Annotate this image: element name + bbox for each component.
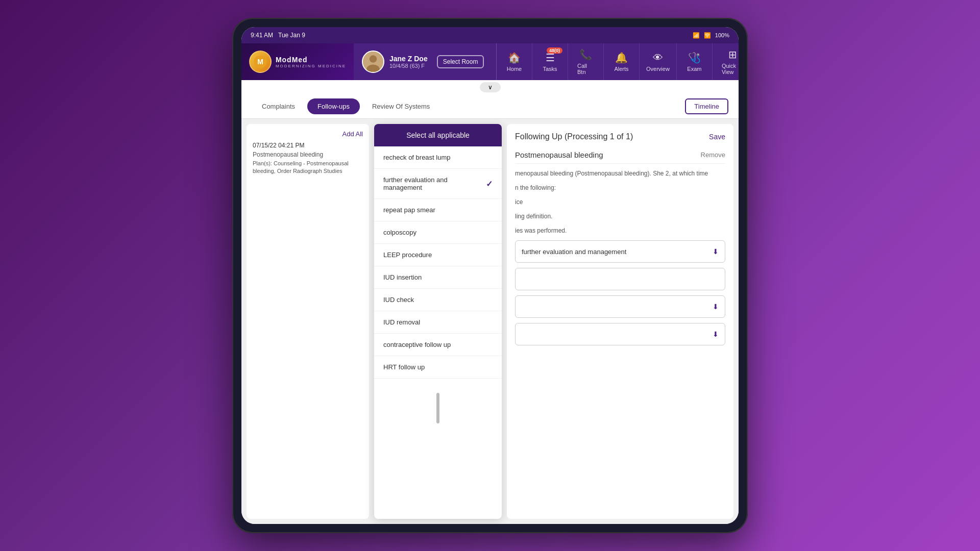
remove-button[interactable]: Remove: [701, 151, 725, 159]
signal-icon: 📶: [693, 32, 700, 39]
detail-text-4: ling definition.: [515, 212, 725, 221]
right-panel: Following Up (Processing 1 of 1) Save Po…: [507, 124, 733, 519]
nav-label-quickview: Quick View: [722, 63, 739, 75]
item-label-colposcopy: colposcopy: [383, 229, 416, 236]
panel-title: Following Up (Processing 1 of 1): [515, 132, 633, 141]
item-label-iud-removal: IUD removal: [383, 318, 420, 326]
dropdown-item-leep[interactable]: LEEP procedure: [374, 244, 502, 266]
left-panel: Add All 07/15/22 04:21 PM Postmenopausal…: [247, 124, 369, 519]
app-subtitle: MODERNIZING MEDICINE: [276, 64, 346, 68]
status-bar: 9:41 AM Tue Jan 9 📶 🛜 100%: [241, 27, 739, 43]
wifi-icon: 🛜: [704, 32, 711, 39]
modmed-logo-icon: M: [249, 51, 272, 73]
overview-icon: 👁: [653, 52, 663, 64]
main-content: Add All 07/15/22 04:21 PM Postmenopausal…: [241, 119, 739, 524]
modmed-logo-area: M ModMed MODERNIZING MEDICINE: [241, 43, 354, 80]
item-label-iud-insertion: IUD insertion: [383, 273, 422, 281]
call-icon: 📞: [579, 48, 592, 61]
nav-label-overview: Overview: [646, 66, 670, 72]
followup-field-4[interactable]: ⬇: [515, 323, 725, 345]
followup-field-1[interactable]: further evaluation and management ⬇: [515, 240, 725, 263]
detail-text-2: n the following:: [515, 183, 725, 192]
svg-text:M: M: [257, 58, 263, 66]
patient-dob: 10/4/58 (63) F: [389, 63, 428, 69]
detail-text-5: ies was performed.: [515, 226, 725, 235]
battery-display: 100%: [715, 32, 729, 38]
quickview-icon: ⊞: [728, 48, 737, 61]
dropdown-item-iud-removal[interactable]: IUD removal: [374, 311, 502, 334]
nav-item-quickview[interactable]: ⊞ Quick View: [713, 43, 739, 80]
nav-item-overview[interactable]: 👁 Overview: [640, 43, 677, 80]
tab-follow-ups[interactable]: Follow-ups: [307, 98, 360, 114]
nav-label-home: Home: [507, 66, 522, 72]
tablet-screen: 9:41 AM Tue Jan 9 📶 🛜 100% M: [241, 27, 739, 524]
nav-label-exam: Exam: [687, 66, 701, 72]
field3-value: [522, 303, 524, 311]
dropdown-item-contraceptive[interactable]: contraceptive follow up: [374, 334, 502, 356]
nav-item-tasks[interactable]: 48(0) ☰ Tasks: [532, 43, 568, 80]
dropdown-item-iud-insertion[interactable]: IUD insertion: [374, 266, 502, 289]
timeline-button[interactable]: Timeline: [685, 98, 728, 114]
nav-items: 🏠 Home 48(0) ☰ Tasks 📞 Call Btn 🔔 Alerts: [497, 43, 739, 80]
scrollbar[interactable]: [436, 393, 439, 423]
dropdown-item-further-eval[interactable]: further evaluation and management ✓: [374, 169, 502, 199]
tab-review-of-systems[interactable]: Review Of Systems: [362, 98, 440, 114]
item-label-contraceptive: contraceptive follow up: [383, 341, 451, 348]
detail-text-3: ice: [515, 197, 725, 207]
dropdown-item-repeat-pap[interactable]: repeat pap smear: [374, 199, 502, 221]
collapse-button[interactable]: ∨: [480, 82, 501, 92]
item-label-leep: LEEP procedure: [383, 251, 432, 259]
svg-point-3: [370, 55, 377, 63]
dropdown-header: Select all applicable: [374, 124, 502, 146]
item-label-recheck: recheck of breast lump: [383, 154, 451, 161]
tablet-frame: 9:41 AM Tue Jan 9 📶 🛜 100% M: [232, 18, 748, 533]
dropdown-arrow-3: ⬇: [713, 303, 719, 311]
home-icon: 🏠: [508, 52, 521, 64]
visit-plan: Plan(s): Counseling - Postmenopausal ble…: [253, 160, 363, 176]
tasks-badge: 48(0): [547, 47, 562, 54]
nav-item-call[interactable]: 📞 Call Btn: [568, 43, 604, 80]
add-all-button[interactable]: Add All: [342, 130, 363, 138]
top-nav: M ModMed MODERNIZING MEDICINE: [241, 43, 739, 80]
nav-item-home[interactable]: 🏠 Home: [497, 43, 532, 80]
condition-row: Postmenopausal bleeding Remove: [515, 146, 725, 164]
detail-text-1: menopausal bleeding (Postmenopausal blee…: [515, 169, 725, 178]
patient-details: Jane Z Doe 10/4/58 (63) F: [389, 55, 428, 69]
item-label-hrt: HRT follow up: [383, 363, 425, 371]
nav-label-tasks: Tasks: [543, 66, 557, 72]
nav-label-call: Call Btn: [577, 63, 594, 75]
item-label-pap: repeat pap smear: [383, 206, 435, 214]
item-label-further: further evaluation and management: [383, 176, 486, 191]
nav-item-alerts[interactable]: 🔔 Alerts: [604, 43, 640, 80]
tab-complaints[interactable]: Complaints: [252, 98, 305, 114]
alerts-icon: 🔔: [615, 52, 628, 64]
field1-value: further evaluation and management: [522, 248, 626, 256]
dropdown-item-hrt[interactable]: HRT follow up: [374, 356, 502, 379]
nav-item-exam[interactable]: 🩺 Exam: [677, 43, 713, 80]
dropdown-item-iud-check[interactable]: IUD check: [374, 289, 502, 311]
dropdown-item-colposcopy[interactable]: colposcopy: [374, 221, 502, 244]
save-button[interactable]: Save: [709, 133, 725, 141]
collapse-row: ∨: [241, 80, 739, 94]
dropdown-arrow-1: ⬇: [713, 247, 719, 256]
panel-header: Following Up (Processing 1 of 1) Save: [515, 132, 725, 141]
dropdown-arrow-4: ⬇: [713, 330, 719, 338]
date-display: Tue Jan 9: [278, 32, 305, 39]
field2-value: [522, 276, 524, 283]
time-display: 9:41 AM: [251, 32, 273, 39]
dropdown-item-recheck-breast[interactable]: recheck of breast lump: [374, 146, 502, 169]
checkmark-icon: ✓: [486, 179, 493, 189]
avatar: [362, 51, 384, 73]
nav-label-alerts: Alerts: [614, 66, 628, 72]
patient-info: Jane Z Doe 10/4/58 (63) F Select Room: [354, 43, 497, 80]
visit-item: Postmenopausal bleeding: [253, 151, 363, 158]
followup-field-2[interactable]: [515, 268, 725, 290]
sub-tabs: Complaints Follow-ups Review Of Systems …: [241, 94, 739, 119]
visit-date: 07/15/22 04:21 PM: [253, 142, 363, 149]
dropdown-panel: Select all applicable recheck of breast …: [374, 124, 502, 519]
field4-value: [522, 331, 524, 338]
item-label-iud-check: IUD check: [383, 296, 414, 304]
followup-field-3[interactable]: ⬇: [515, 295, 725, 318]
select-room-button[interactable]: Select Room: [437, 55, 484, 68]
plan-label: Plan(s):: [253, 160, 272, 166]
